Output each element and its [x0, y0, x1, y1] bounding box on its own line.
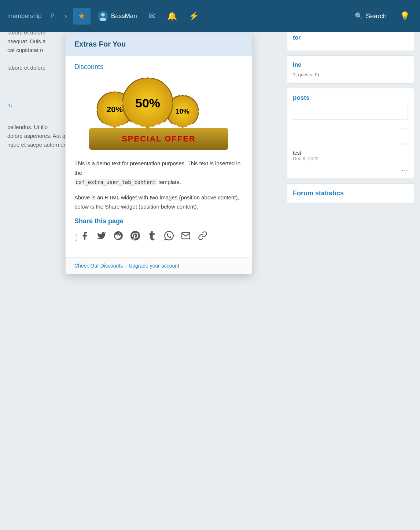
- username-label: BassMan: [111, 12, 137, 20]
- template-name-code: cxf_extra_user_tab_content: [74, 179, 157, 185]
- nav-chevron-icon[interactable]: ›: [62, 10, 70, 23]
- avatar: [98, 11, 108, 21]
- star-icon: ★: [78, 11, 85, 21]
- discounts-link[interactable]: Discounts: [74, 63, 243, 71]
- check-discounts-link[interactable]: Check Our Discounts: [74, 263, 123, 269]
- twitter-icon[interactable]: [97, 231, 106, 243]
- email-share-icon[interactable]: [181, 231, 191, 243]
- extras-dropdown: Extras For You Discounts SPECIAL OFFER 2…: [65, 32, 252, 274]
- badge-50-percent: 50%: [122, 77, 173, 129]
- share-title: Share this page: [74, 217, 243, 225]
- nav-star-button[interactable]: ★: [73, 8, 91, 25]
- nav-membership-label[interactable]: membership: [6, 10, 43, 23]
- whatsapp-icon[interactable]: [164, 231, 174, 243]
- recent-posts-box: posts ... ... test Dec 8, 2022 ...: [287, 88, 414, 179]
- facebook-icon[interactable]: : [74, 231, 89, 243]
- messages-icon[interactable]: ✉: [144, 8, 160, 24]
- three-dots-2[interactable]: ...: [293, 138, 408, 146]
- demo-text-2: Above is an HTML widget with two images …: [74, 193, 243, 211]
- dropdown-body: Discounts SPECIAL OFFER 20% 50% 10% This…: [66, 56, 252, 257]
- visitors-text: 1, guests: 0): [293, 72, 408, 77]
- dropdown-header-title: Extras For You: [74, 40, 243, 48]
- content-link[interactable]: nt: [7, 102, 12, 108]
- search-button[interactable]: 🔍 Search: [349, 9, 393, 23]
- footer-separator: ·: [125, 263, 126, 269]
- three-dots-3[interactable]: ...: [293, 164, 408, 173]
- sidebar-box-2-title: ine: [293, 62, 408, 68]
- recent-posts-title: posts: [293, 94, 408, 102]
- link-icon[interactable]: [198, 231, 207, 243]
- test-date: Dec 8, 2022: [293, 156, 408, 161]
- nav-user-menu[interactable]: BassMan: [93, 8, 141, 24]
- status-input[interactable]: [293, 106, 408, 120]
- special-offer-widget: SPECIAL OFFER 20% 50% 10%: [74, 77, 243, 150]
- test-label: test: [293, 150, 408, 156]
- search-label: Search: [366, 12, 387, 20]
- dropdown-footer: Check Our Discounts · Upgrade your accou…: [66, 257, 252, 274]
- lightbulb-icon[interactable]: 💡: [395, 8, 414, 24]
- sidebar-box-2: ine 1, guests: 0): [287, 55, 414, 84]
- reddit-icon[interactable]: [114, 231, 123, 243]
- sidebar-box-1-title: tor: [293, 34, 408, 41]
- upgrade-account-link[interactable]: Upgrade your account: [129, 263, 179, 269]
- nav-p-item[interactable]: P: [46, 10, 59, 23]
- activity-icon[interactable]: ⚡: [184, 8, 203, 24]
- share-icons-row: : [74, 231, 243, 243]
- demo-text-1: This is a demo text for presentation pur…: [74, 159, 243, 187]
- special-offer-text: SPECIAL OFFER: [122, 134, 196, 144]
- notifications-icon[interactable]: 🔔: [163, 8, 181, 24]
- bg-right-panel: ✏️ Post thread... tor ine 1, guests: 0) …: [281, 0, 420, 530]
- forum-statistics-title: Forum statistics: [293, 189, 408, 197]
- tumblr-icon[interactable]: [147, 231, 157, 243]
- special-offer-banner: SPECIAL OFFER: [89, 128, 228, 150]
- navbar: membership P › ★ BassMan ✉ 🔔 ⚡ 🔍 Search …: [0, 0, 420, 32]
- forum-statistics-box: Forum statistics: [287, 183, 414, 203]
- three-dots-1[interactable]: ...: [293, 123, 408, 131]
- dropdown-header: Extras For You: [66, 33, 252, 56]
- svg-point-1: [101, 13, 105, 16]
- search-icon: 🔍: [355, 12, 363, 20]
- pinterest-icon[interactable]: [130, 231, 140, 243]
